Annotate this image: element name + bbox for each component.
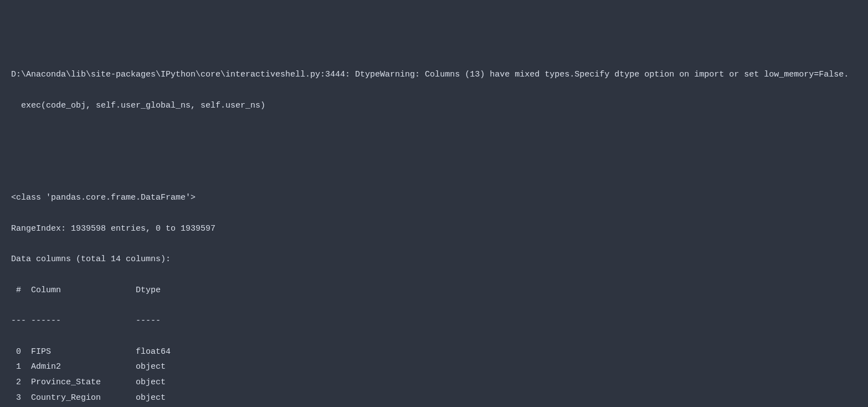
- blank-line: [11, 160, 857, 175]
- column-dtype: object: [136, 359, 171, 375]
- column-dtype: object: [136, 390, 171, 406]
- sep-idx: ---: [11, 313, 31, 329]
- column-name: Country_Region: [31, 390, 136, 406]
- column-idx: 3: [11, 390, 31, 406]
- sep-column: ------: [31, 313, 136, 329]
- column-name: FIPS: [31, 344, 136, 360]
- header-column: Column: [31, 283, 136, 298]
- column-idx: 2: [11, 375, 31, 390]
- header-idx: #: [11, 283, 31, 298]
- range-index: RangeIndex: 1939598 entries, 0 to 193959…: [11, 221, 857, 237]
- column-row: 1 Admin2 object: [11, 359, 857, 375]
- column-name: Admin2: [31, 359, 136, 375]
- sep-dtype: -----: [136, 313, 171, 329]
- column-idx: 1: [11, 359, 31, 375]
- column-row: 2 Province_State object: [11, 375, 857, 390]
- column-dtype: object: [136, 375, 171, 390]
- warning-line-1: D:\Anaconda\lib\site-packages\IPython\co…: [11, 67, 857, 83]
- column-idx: 0: [11, 344, 31, 360]
- columns-container: 0 FIPS float64 1 Admin2 object 2 Provinc…: [11, 344, 857, 408]
- column-row: 3 Country_Region object: [11, 390, 857, 406]
- column-separator-row: --- ------ -----: [11, 313, 857, 329]
- column-name: Province_State: [31, 375, 136, 390]
- column-dtype: float64: [136, 344, 171, 360]
- column-header-row: # Column Dtype: [11, 283, 857, 298]
- data-columns-header: Data columns (total 14 columns):: [11, 252, 857, 267]
- blank-line: [11, 129, 857, 144]
- column-row: 0 FIPS float64: [11, 344, 857, 360]
- header-dtype: Dtype: [136, 283, 171, 298]
- warning-line-2: exec(code_obj, self.user_global_ns, self…: [11, 98, 857, 114]
- dataframe-class: <class 'pandas.core.frame.DataFrame'>: [11, 190, 857, 206]
